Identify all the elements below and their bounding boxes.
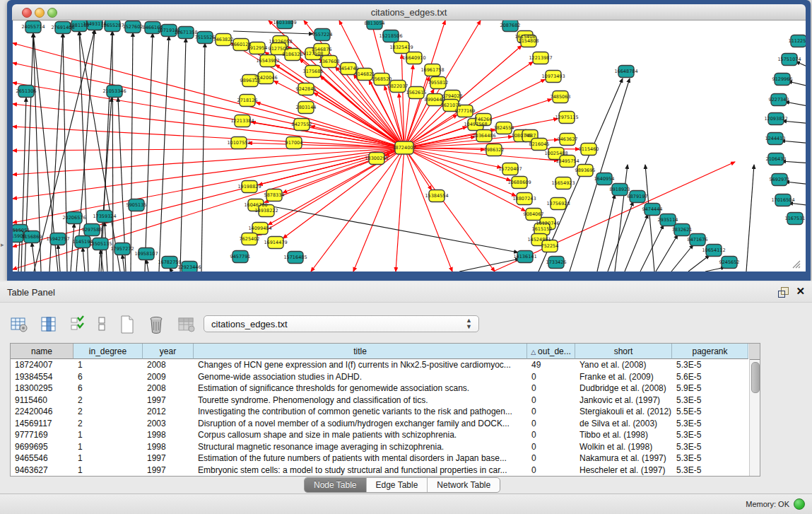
graph-edge[interactable] [71, 223, 74, 271]
vertical-scrollbar[interactable] [749, 344, 760, 476]
graph-edge[interactable] [112, 31, 113, 271]
graph-edge[interactable] [269, 206, 518, 252]
tab-network-table[interactable]: Network Table [428, 478, 500, 492]
table-cell[interactable]: 9115460 [11, 395, 73, 407]
resize-grip-icon[interactable] [792, 260, 801, 269]
table-cell[interactable]: Estimation of significance thresholds fo… [194, 382, 527, 395]
float-panel-icon[interactable] [778, 287, 788, 297]
table-cell[interactable]: 2009 [143, 371, 194, 383]
table-cell[interactable]: 2 [73, 395, 143, 407]
table-cell[interactable]: 5.3E-5 [672, 359, 748, 371]
table-cell[interactable]: 1 [73, 465, 143, 477]
graph-edge[interactable] [159, 36, 169, 271]
graph-edge[interactable] [13, 148, 404, 199]
graph-edge[interactable] [615, 165, 628, 271]
network-canvas[interactable]: 2405571427691406188118919493174106552871… [13, 21, 806, 271]
graph-edge[interactable] [705, 267, 725, 271]
table-cell[interactable]: 5.3E-5 [672, 452, 748, 465]
table-cell[interactable]: 0 [527, 429, 575, 441]
table-cell[interactable]: Stergiakouli et al. (2012) [575, 406, 672, 418]
table-cell[interactable]: 2008 [143, 382, 194, 395]
select-column-icon[interactable] [40, 315, 58, 334]
table-cell[interactable]: 5.3E-5 [672, 418, 748, 430]
window-titlebar[interactable]: citations_edges.txt [12, 4, 806, 21]
table-cell[interactable]: 9777169 [11, 429, 73, 441]
table-cell[interactable]: 5.6E-5 [672, 371, 748, 383]
graph-edge[interactable] [180, 38, 186, 271]
table-cell[interactable]: 1 [73, 441, 143, 453]
table-cell[interactable]: 6 [73, 382, 143, 395]
memory-status-indicator[interactable] [794, 498, 805, 510]
table-cell[interactable]: 22420046 [11, 406, 73, 418]
graph-edge[interactable] [201, 43, 205, 271]
select-rows-check-icon[interactable] [70, 315, 86, 334]
graph-edge[interactable] [145, 33, 153, 271]
table-row[interactable]: 1872400712008Changes of HCN gene express… [11, 359, 760, 371]
table-cell[interactable]: Embryonic stem cells: a model to study s… [194, 465, 527, 477]
graph-edge[interactable] [146, 259, 148, 271]
graph-edge[interactable] [58, 245, 60, 271]
table-row[interactable]: 1830029562008Estimation of significance … [11, 382, 760, 395]
table-cell[interactable]: 1 [73, 452, 143, 465]
table-cell[interactable]: 1997 [143, 452, 194, 465]
table-cell[interactable]: Estimation of the future numbers of pati… [194, 452, 527, 465]
column-header-in_degree[interactable]: in_degree [73, 344, 143, 359]
table-cell[interactable]: 0 [527, 418, 575, 430]
graph-edge[interactable] [233, 31, 313, 34]
table-row[interactable]: 911546021997Tourette syndrome. Phenomeno… [11, 395, 760, 407]
table-cell[interactable]: 1998 [143, 441, 194, 453]
table-cell[interactable]: Disruption of a novel member of a sodium… [194, 418, 527, 430]
table-cell[interactable]: 2008 [143, 359, 194, 371]
graph-edge[interactable] [688, 255, 710, 271]
table-cell[interactable]: 1998 [143, 429, 194, 441]
tab-edge-table[interactable]: Edge Table [367, 478, 428, 492]
graph-edge[interactable] [13, 148, 404, 151]
citation-network-graph[interactable]: 2405571427691406188118919493174106552871… [13, 21, 806, 271]
table-cell[interactable]: 0 [527, 441, 575, 453]
table-cell[interactable]: 5.3E-5 [672, 429, 748, 441]
graph-edge[interactable] [13, 63, 404, 148]
table-cell[interactable]: 9463627 [11, 465, 73, 477]
table-cell[interactable]: 18724007 [11, 359, 73, 371]
table-cell[interactable]: Tibbo et al. (1998) [575, 429, 672, 441]
table-cell[interactable]: 5.3E-5 [672, 441, 748, 453]
table-cell[interactable]: Wolkin et al. (1998) [575, 441, 672, 453]
table-cell[interactable]: 0 [527, 382, 575, 395]
table-cell[interactable]: 0 [527, 465, 575, 477]
table-row[interactable]: 1938455462009Genome-wide association stu… [11, 371, 760, 383]
table-header-row[interactable]: namein_degreeyeartitle△out_de...shortpag… [11, 344, 760, 359]
graph-edge[interactable] [32, 243, 35, 271]
table-cell[interactable]: Dudbridge et al. (2008) [575, 382, 672, 395]
column-header-short[interactable]: short [575, 344, 672, 359]
table-cell[interactable]: 2 [73, 418, 143, 430]
graph-edge[interactable] [788, 81, 806, 87]
graph-edge[interactable] [13, 148, 404, 269]
graph-edge[interactable] [746, 165, 754, 271]
column-header-title[interactable]: title [194, 344, 527, 359]
table-cell[interactable]: 49 [527, 359, 575, 371]
table-cell[interactable]: 2012 [143, 406, 194, 418]
table-cell[interactable]: 9699695 [11, 441, 73, 453]
graph-edge[interactable] [83, 247, 85, 271]
table-cell[interactable]: Corpus callosum shape and size in male p… [194, 429, 527, 441]
column-header-name[interactable]: name [11, 344, 73, 359]
table-cell[interactable]: 6 [73, 371, 143, 383]
graph-edge[interactable] [671, 245, 693, 271]
table-cell[interactable]: 1997 [143, 395, 194, 407]
table-cell[interactable]: 0 [527, 395, 575, 407]
graph-edge[interactable] [404, 148, 495, 271]
table-cell[interactable]: 19384554 [11, 371, 73, 383]
table-cell[interactable]: Hescheler et al. (1997) [575, 465, 672, 477]
table-cell[interactable]: 1997 [143, 465, 194, 477]
scrollbar-thumb[interactable] [751, 362, 760, 393]
graph-edge[interactable] [459, 259, 519, 271]
table-cell[interactable]: 5.3E-5 [672, 465, 748, 477]
table-cell[interactable]: Structural magnetic resonance image aver… [194, 441, 527, 453]
table-cell[interactable]: 1 [73, 429, 143, 441]
table-row[interactable]: 2242004622012Investigating the contribut… [11, 406, 760, 418]
table-select-dropdown[interactable]: citations_edges.txt ▲▼ [204, 315, 479, 332]
table-row[interactable]: 1456911722003Disruption of a novel membe… [11, 418, 760, 430]
table-cell[interactable]: Tourette syndrome. Phenomenology and cla… [194, 395, 527, 407]
table-cell[interactable]: 18300295 [11, 382, 73, 395]
table-cell[interactable]: Nakamura et al. (1997) [575, 452, 672, 465]
